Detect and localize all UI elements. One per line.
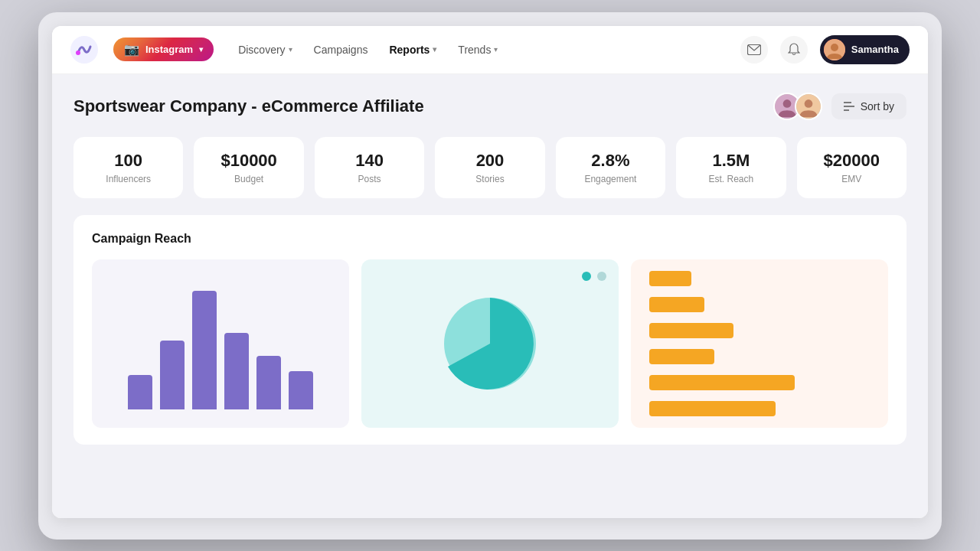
stat-value-budget: $10000: [220, 151, 276, 171]
bar-5: [256, 356, 281, 409]
instagram-chevron-icon: ▾: [199, 45, 203, 54]
horiz-bar-row-3: [649, 323, 870, 338]
sort-icon: [844, 101, 856, 112]
stat-value-engagement: 2.8%: [591, 151, 629, 171]
nav-right: Samantha: [740, 35, 910, 64]
bar-6: [289, 371, 313, 409]
campaign-reach-title: Campaign Reach: [92, 232, 888, 246]
stat-label-emv: EMV: [841, 174, 861, 184]
horiz-bar-1: [649, 271, 691, 286]
horiz-bar-5: [649, 375, 795, 390]
pie-chart-container: [361, 259, 619, 428]
stat-card-posts: 140 Posts: [315, 137, 424, 198]
bar-3: [192, 291, 217, 409]
stat-value-emv: $20000: [824, 151, 880, 171]
vertical-bar-chart: [104, 272, 337, 416]
stat-card-stories: 200 Stories: [435, 137, 544, 198]
stat-value-stories: 200: [476, 151, 505, 171]
nav-item-discovery[interactable]: Discovery ▾: [238, 44, 292, 56]
header-right: Sort by: [773, 93, 906, 120]
pie-chart: [374, 272, 606, 416]
horiz-bar-row-5: [649, 375, 870, 390]
avatar-2: [795, 93, 822, 120]
horiz-bar-chart-container: [631, 259, 888, 428]
bar-2: [160, 341, 185, 409]
horiz-bar-row-4: [649, 349, 870, 364]
messages-button[interactable]: [740, 36, 768, 64]
stat-value-posts: 140: [355, 151, 384, 171]
navbar: 📷 Instagram ▾ Discovery ▾ Campaigns Repo…: [52, 26, 928, 74]
horiz-bar-4: [649, 349, 714, 364]
reports-chevron-icon: ▾: [433, 45, 436, 54]
notifications-button[interactable]: [780, 36, 808, 64]
main-content: Sportswear Company - eCommerce Affiliate: [52, 74, 928, 518]
sort-label: Sort by: [861, 100, 894, 112]
stat-label-budget: Budget: [234, 174, 263, 184]
bar-1: [128, 375, 152, 409]
svg-point-4: [831, 44, 838, 51]
horiz-bar-3: [649, 323, 733, 338]
browser-chrome: 📷 Instagram ▾ Discovery ▾ Campaigns Repo…: [52, 26, 928, 518]
svg-point-6: [782, 99, 791, 108]
user-name: Samantha: [851, 44, 899, 55]
bar-4: [224, 333, 249, 409]
bar-chart-container: [92, 259, 349, 428]
stat-card-influencers: 100 Influencers: [74, 137, 183, 198]
trends-chevron-icon: ▾: [494, 45, 498, 54]
discovery-chevron-icon: ▾: [289, 45, 292, 54]
nav-item-campaigns[interactable]: Campaigns: [314, 44, 368, 56]
svg-point-1: [76, 51, 80, 55]
user-profile-button[interactable]: Samantha: [820, 35, 910, 64]
instagram-selector[interactable]: 📷 Instagram ▾: [113, 37, 214, 61]
pie-legend: [582, 272, 606, 281]
nav-item-reports[interactable]: Reports ▾: [389, 44, 436, 56]
legend-dot-light: [597, 272, 606, 281]
horizontal-bar-chart: [643, 272, 876, 416]
stat-card-est-reach: 1.5M Est. Reach: [676, 137, 786, 198]
page-header: Sportswear Company - eCommerce Affiliate: [74, 93, 906, 120]
legend-dot-teal: [582, 272, 591, 281]
horiz-bar-row-6: [649, 401, 870, 416]
stat-label-est-reach: Est. Reach: [709, 174, 754, 184]
stats-row: 100 Influencers $10000 Budget 140 Posts …: [74, 137, 906, 198]
stat-card-budget: $10000 Budget: [194, 137, 303, 198]
horiz-bar-2: [649, 297, 704, 312]
device-frame: 📷 Instagram ▾ Discovery ▾ Campaigns Repo…: [38, 12, 942, 540]
campaign-reach-card: Campaign Reach: [74, 215, 906, 445]
stat-label-engagement: Engagement: [584, 174, 636, 184]
stat-label-posts: Posts: [358, 174, 381, 184]
stat-value-influencers: 100: [114, 151, 142, 171]
stat-card-engagement: 2.8% Engagement: [556, 137, 665, 198]
sort-button[interactable]: Sort by: [831, 93, 906, 119]
page-title: Sportswear Company - eCommerce Affiliate: [74, 96, 424, 116]
stat-label-stories: Stories: [475, 174, 504, 184]
svg-point-8: [804, 99, 812, 108]
stat-value-est-reach: 1.5M: [712, 151, 750, 171]
nav-item-trends[interactable]: Trends ▾: [458, 44, 498, 56]
instagram-label: Instagram: [145, 44, 193, 55]
app-logo: [70, 36, 98, 64]
stat-label-influencers: Influencers: [106, 174, 151, 184]
horiz-bar-row-1: [649, 271, 870, 286]
horiz-bar-row-2: [649, 297, 870, 312]
user-avatar: [824, 39, 845, 60]
nav-links: Discovery ▾ Campaigns Reports ▾ Trends ▾: [238, 44, 725, 56]
horiz-bar-6: [649, 401, 776, 416]
avatar-group: [773, 93, 822, 120]
stat-card-emv: $20000 EMV: [797, 137, 906, 198]
instagram-icon: 📷: [124, 42, 139, 57]
charts-row: [92, 259, 888, 428]
